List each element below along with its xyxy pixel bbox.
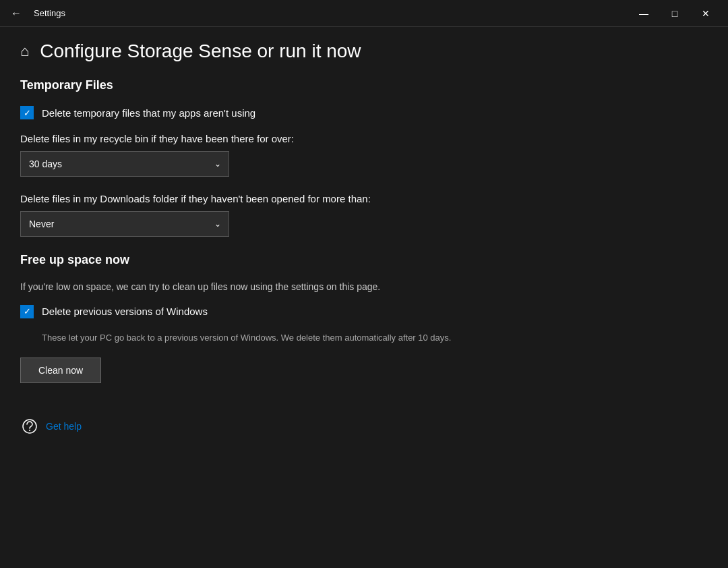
title-bar-controls: — □ ✕ — [628, 3, 721, 24]
recycle-bin-dropdown-container: Never 1 day 14 days 30 days 60 days ⌄ — [20, 151, 229, 177]
recycle-bin-dropdown[interactable]: Never 1 day 14 days 30 days 60 days — [20, 151, 229, 177]
delete-windows-checkmark: ✓ — [24, 306, 31, 316]
minimize-button[interactable]: — — [628, 3, 659, 24]
title-bar: ← Settings — □ ✕ — [0, 0, 728, 27]
checkmark-icon: ✓ — [24, 108, 31, 118]
get-help-row: Get help — [20, 417, 708, 436]
window-title: Settings — [34, 8, 65, 18]
free-space-title: Free up space now — [20, 253, 708, 267]
clean-now-button[interactable]: Clean now — [20, 358, 101, 383]
title-bar-left: ← Settings — [7, 4, 65, 23]
temporary-files-title: Temporary Files — [20, 78, 708, 92]
main-content: ⌂ Configure Storage Sense or run it now … — [0, 27, 728, 568]
svg-point-1 — [29, 430, 30, 431]
maximize-button[interactable]: □ — [659, 3, 690, 24]
temporary-files-section: Temporary Files ✓ Delete temporary files… — [20, 78, 708, 237]
delete-temp-row: ✓ Delete temporary files that my apps ar… — [20, 106, 708, 119]
delete-windows-label: Delete previous versions of Windows — [42, 306, 208, 317]
downloads-section: Delete files in my Downloads folder if t… — [20, 193, 708, 237]
page-header: ⌂ Configure Storage Sense or run it now — [20, 40, 708, 62]
downloads-label: Delete files in my Downloads folder if t… — [20, 193, 708, 204]
downloads-dropdown[interactable]: Never 1 day 14 days 30 days 60 days — [20, 211, 229, 237]
free-space-description: If you're low on space, we can try to cl… — [20, 281, 708, 294]
free-space-section: Free up space now If you're low on space… — [20, 253, 708, 383]
help-icon — [20, 417, 39, 436]
delete-temp-checkbox[interactable]: ✓ — [20, 106, 34, 119]
close-button[interactable]: ✕ — [690, 3, 721, 24]
recycle-bin-label: Delete files in my recycle bin if they h… — [20, 133, 708, 144]
home-icon: ⌂ — [20, 42, 29, 60]
downloads-dropdown-container: Never 1 day 14 days 30 days 60 days ⌄ — [20, 211, 229, 237]
delete-windows-row: ✓ Delete previous versions of Windows — [20, 305, 708, 318]
get-help-link[interactable]: Get help — [46, 421, 82, 432]
recycle-bin-section: Delete files in my recycle bin if they h… — [20, 133, 708, 177]
delete-temp-label: Delete temporary files that my apps aren… — [42, 107, 255, 119]
page-title: Configure Storage Sense or run it now — [40, 40, 361, 62]
delete-windows-description: These let your PC go back to a previous … — [42, 332, 708, 344]
delete-windows-checkbox[interactable]: ✓ — [20, 305, 34, 318]
back-button[interactable]: ← — [7, 4, 26, 23]
